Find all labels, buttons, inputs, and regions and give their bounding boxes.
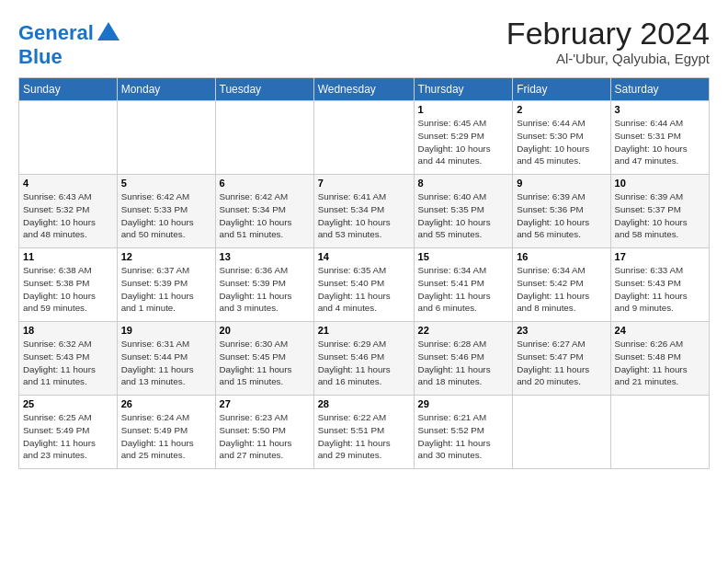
day-info: Sunrise: 6:28 AM Sunset: 5:46 PM Dayligh… <box>418 338 509 388</box>
calendar-cell <box>313 101 414 175</box>
calendar-cell <box>215 101 313 175</box>
day-info: Sunrise: 6:44 AM Sunset: 5:31 PM Dayligh… <box>615 117 705 167</box>
calendar-cell: 7Sunrise: 6:41 AM Sunset: 5:34 PM Daylig… <box>313 175 414 248</box>
calendar: SundayMondayTuesdayWednesdayThursdayFrid… <box>18 77 710 469</box>
calendar-cell <box>513 396 610 469</box>
svg-marker-0 <box>97 22 119 40</box>
day-number: 21 <box>318 325 410 336</box>
calendar-cell: 8Sunrise: 6:40 AM Sunset: 5:35 PM Daylig… <box>414 175 513 248</box>
day-info: Sunrise: 6:44 AM Sunset: 5:30 PM Dayligh… <box>517 117 606 167</box>
calendar-cell: 6Sunrise: 6:42 AM Sunset: 5:34 PM Daylig… <box>215 175 313 248</box>
day-info: Sunrise: 6:22 AM Sunset: 5:51 PM Dayligh… <box>318 411 410 462</box>
day-info: Sunrise: 6:27 AM Sunset: 5:47 PM Dayligh… <box>517 338 606 388</box>
day-number: 5 <box>121 178 211 189</box>
logo-text: General <box>18 22 94 44</box>
header: General Blue February 2024 Al-'Ubur, Qal… <box>18 17 710 68</box>
calendar-cell: 19Sunrise: 6:31 AM Sunset: 5:44 PM Dayli… <box>117 322 215 396</box>
day-info: Sunrise: 6:34 AM Sunset: 5:42 PM Dayligh… <box>517 264 606 315</box>
day-number: 12 <box>121 251 211 262</box>
day-number: 9 <box>517 178 606 189</box>
calendar-cell <box>19 101 118 175</box>
calendar-cell: 11Sunrise: 6:38 AM Sunset: 5:38 PM Dayli… <box>19 248 118 322</box>
calendar-cell: 29Sunrise: 6:21 AM Sunset: 5:52 PM Dayli… <box>414 396 513 469</box>
calendar-cell: 21Sunrise: 6:29 AM Sunset: 5:46 PM Dayli… <box>313 322 414 396</box>
title-area: February 2024 Al-'Ubur, Qalyubia, Egypt <box>506 17 710 66</box>
calendar-cell: 18Sunrise: 6:32 AM Sunset: 5:43 PM Dayli… <box>19 322 118 396</box>
calendar-cell: 20Sunrise: 6:30 AM Sunset: 5:45 PM Dayli… <box>215 322 313 396</box>
logo-blue: Blue <box>18 46 121 68</box>
calendar-cell: 14Sunrise: 6:35 AM Sunset: 5:40 PM Dayli… <box>313 248 414 322</box>
calendar-cell: 16Sunrise: 6:34 AM Sunset: 5:42 PM Dayli… <box>513 248 610 322</box>
weekday-header: Friday <box>513 78 610 101</box>
calendar-cell: 4Sunrise: 6:43 AM Sunset: 5:32 PM Daylig… <box>19 175 118 248</box>
day-number: 14 <box>318 251 410 262</box>
day-number: 17 <box>615 251 705 262</box>
calendar-cell: 9Sunrise: 6:39 AM Sunset: 5:36 PM Daylig… <box>513 175 610 248</box>
calendar-cell: 15Sunrise: 6:34 AM Sunset: 5:41 PM Dayli… <box>414 248 513 322</box>
calendar-cell: 28Sunrise: 6:22 AM Sunset: 5:51 PM Dayli… <box>313 396 414 469</box>
calendar-cell: 26Sunrise: 6:24 AM Sunset: 5:49 PM Dayli… <box>117 396 215 469</box>
day-info: Sunrise: 6:38 AM Sunset: 5:38 PM Dayligh… <box>23 264 113 315</box>
day-info: Sunrise: 6:42 AM Sunset: 5:34 PM Dayligh… <box>220 190 310 241</box>
weekday-header: Wednesday <box>313 78 414 101</box>
day-number: 4 <box>23 178 113 189</box>
calendar-cell: 13Sunrise: 6:36 AM Sunset: 5:39 PM Dayli… <box>215 248 313 322</box>
day-info: Sunrise: 6:32 AM Sunset: 5:43 PM Dayligh… <box>23 338 113 388</box>
calendar-cell: 1Sunrise: 6:45 AM Sunset: 5:29 PM Daylig… <box>414 101 513 175</box>
calendar-cell: 22Sunrise: 6:28 AM Sunset: 5:46 PM Dayli… <box>414 322 513 396</box>
day-info: Sunrise: 6:26 AM Sunset: 5:48 PM Dayligh… <box>615 338 705 388</box>
weekday-header: Monday <box>117 78 215 101</box>
logo: General Blue <box>18 20 121 68</box>
calendar-week-row: 18Sunrise: 6:32 AM Sunset: 5:43 PM Dayli… <box>19 322 710 396</box>
logo-icon <box>96 20 121 46</box>
calendar-cell: 25Sunrise: 6:25 AM Sunset: 5:49 PM Dayli… <box>19 396 118 469</box>
day-number: 2 <box>517 104 606 115</box>
day-number: 28 <box>318 398 410 409</box>
calendar-cell: 2Sunrise: 6:44 AM Sunset: 5:30 PM Daylig… <box>513 101 610 175</box>
month-title: February 2024 <box>506 17 710 51</box>
day-number: 20 <box>220 325 310 336</box>
day-info: Sunrise: 6:33 AM Sunset: 5:43 PM Dayligh… <box>615 264 705 315</box>
day-info: Sunrise: 6:21 AM Sunset: 5:52 PM Dayligh… <box>418 411 509 462</box>
day-info: Sunrise: 6:31 AM Sunset: 5:44 PM Dayligh… <box>121 338 211 388</box>
day-number: 13 <box>220 251 310 262</box>
day-info: Sunrise: 6:45 AM Sunset: 5:29 PM Dayligh… <box>418 117 509 167</box>
day-info: Sunrise: 6:39 AM Sunset: 5:37 PM Dayligh… <box>615 190 705 241</box>
calendar-cell: 17Sunrise: 6:33 AM Sunset: 5:43 PM Dayli… <box>610 248 709 322</box>
calendar-cell: 12Sunrise: 6:37 AM Sunset: 5:39 PM Dayli… <box>117 248 215 322</box>
day-number: 7 <box>318 178 410 189</box>
calendar-cell: 24Sunrise: 6:26 AM Sunset: 5:48 PM Dayli… <box>610 322 709 396</box>
day-number: 22 <box>418 325 509 336</box>
day-info: Sunrise: 6:30 AM Sunset: 5:45 PM Dayligh… <box>220 338 310 388</box>
logo-general: General <box>18 21 94 44</box>
day-info: Sunrise: 6:35 AM Sunset: 5:40 PM Dayligh… <box>318 264 410 315</box>
day-number: 15 <box>418 251 509 262</box>
calendar-week-row: 11Sunrise: 6:38 AM Sunset: 5:38 PM Dayli… <box>19 248 710 322</box>
day-number: 8 <box>418 178 509 189</box>
calendar-cell: 10Sunrise: 6:39 AM Sunset: 5:37 PM Dayli… <box>610 175 709 248</box>
day-info: Sunrise: 6:40 AM Sunset: 5:35 PM Dayligh… <box>418 190 509 241</box>
day-number: 24 <box>615 325 705 336</box>
day-info: Sunrise: 6:29 AM Sunset: 5:46 PM Dayligh… <box>318 338 410 388</box>
day-number: 16 <box>517 251 606 262</box>
day-info: Sunrise: 6:25 AM Sunset: 5:49 PM Dayligh… <box>23 411 113 462</box>
weekday-header: Thursday <box>414 78 513 101</box>
day-info: Sunrise: 6:34 AM Sunset: 5:41 PM Dayligh… <box>418 264 509 315</box>
day-info: Sunrise: 6:23 AM Sunset: 5:50 PM Dayligh… <box>220 411 310 462</box>
day-number: 11 <box>23 251 113 262</box>
calendar-cell: 23Sunrise: 6:27 AM Sunset: 5:47 PM Dayli… <box>513 322 610 396</box>
day-number: 29 <box>418 398 509 409</box>
calendar-week-row: 4Sunrise: 6:43 AM Sunset: 5:32 PM Daylig… <box>19 175 710 248</box>
day-info: Sunrise: 6:43 AM Sunset: 5:32 PM Dayligh… <box>23 190 113 241</box>
calendar-cell: 3Sunrise: 6:44 AM Sunset: 5:31 PM Daylig… <box>610 101 709 175</box>
calendar-week-row: 25Sunrise: 6:25 AM Sunset: 5:49 PM Dayli… <box>19 396 710 469</box>
day-number: 6 <box>220 178 310 189</box>
calendar-cell: 5Sunrise: 6:42 AM Sunset: 5:33 PM Daylig… <box>117 175 215 248</box>
day-number: 26 <box>121 398 211 409</box>
calendar-header-row: SundayMondayTuesdayWednesdayThursdayFrid… <box>19 78 710 101</box>
calendar-cell <box>117 101 215 175</box>
day-number: 3 <box>615 104 705 115</box>
day-info: Sunrise: 6:37 AM Sunset: 5:39 PM Dayligh… <box>121 264 211 315</box>
location: Al-'Ubur, Qalyubia, Egypt <box>506 51 710 66</box>
day-number: 25 <box>23 398 113 409</box>
